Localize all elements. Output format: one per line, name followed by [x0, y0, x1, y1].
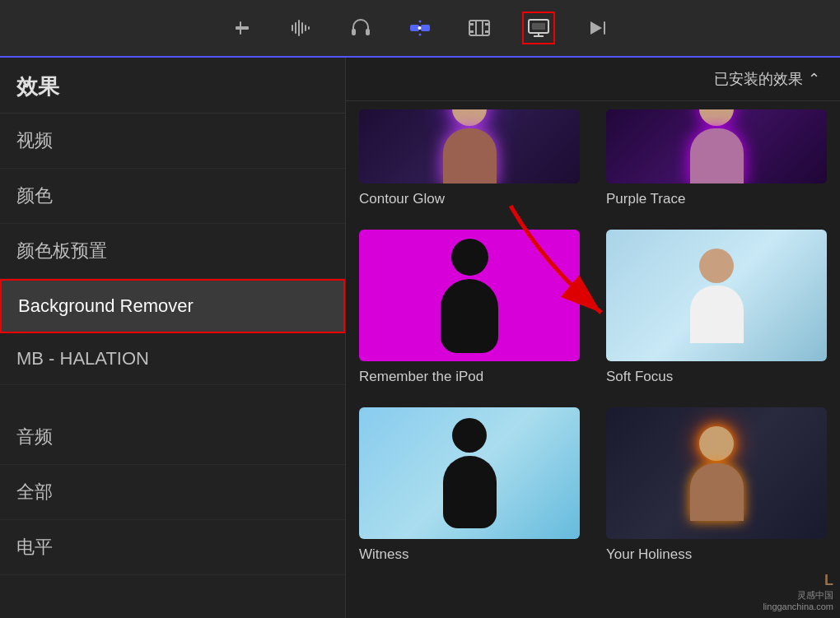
effect-thumbnail-witness: [359, 407, 580, 539]
content-header: 已安装的效果 ⌃: [346, 58, 840, 101]
svg-rect-6: [305, 25, 306, 31]
content-area: 已安装的效果 ⌃ Contour Glow: [346, 58, 840, 618]
sidebar-item-level[interactable]: 电平: [0, 520, 345, 575]
svg-rect-7: [308, 26, 310, 30]
svg-rect-8: [352, 29, 356, 35]
svg-rect-23: [532, 23, 545, 30]
effects-grid: Remember the iPod Soft Focus: [346, 221, 840, 577]
svg-rect-2: [292, 25, 293, 31]
film-icon[interactable]: [463, 12, 496, 44]
sidebar-item-video[interactable]: 视频: [0, 114, 345, 169]
svg-point-12: [418, 26, 422, 30]
audio-wave-icon[interactable]: [285, 12, 318, 44]
svg-point-13: [419, 21, 422, 23]
headphones-icon[interactable]: [344, 12, 377, 44]
svg-rect-11: [421, 25, 430, 31]
cut-icon[interactable]: [226, 12, 259, 44]
effect-item-remember-ipod[interactable]: Remember the iPod: [346, 221, 593, 399]
effect-name-your-holiness: Your Holiness: [606, 546, 827, 564]
effect-thumbnail-remember-ipod: [359, 230, 580, 361]
sidebar-item-background-remover[interactable]: Background Remover: [0, 279, 345, 333]
svg-rect-15: [469, 21, 489, 35]
sidebar-item-all[interactable]: 全部: [0, 465, 345, 520]
effect-item-purple-trace[interactable]: Purple Trace: [593, 101, 840, 221]
sidebar-title: 效果: [0, 58, 345, 114]
effect-item-witness[interactable]: Witness: [346, 399, 593, 577]
effect-name-purple-trace: Purple Trace: [606, 190, 827, 208]
effect-item-contour-glow[interactable]: Contour Glow: [346, 101, 593, 221]
installed-filter[interactable]: 已安装的效果 ⌃: [714, 69, 820, 89]
svg-rect-10: [410, 25, 419, 31]
sidebar-item-color[interactable]: 颜色: [0, 169, 345, 224]
watermark: L 灵感中国 lingganchina.com: [763, 572, 833, 611]
sidebar: 效果 视频 颜色 颜色板预置 Background Remover MB - H…: [0, 58, 346, 618]
svg-rect-17: [469, 30, 474, 33]
effect-name-soft-focus: Soft Focus: [606, 368, 827, 386]
svg-rect-21: [482, 21, 483, 35]
svg-rect-20: [475, 21, 477, 35]
svg-rect-3: [295, 22, 296, 34]
effects-sparkle-icon[interactable]: [404, 12, 436, 44]
svg-rect-18: [485, 23, 489, 26]
svg-rect-4: [298, 20, 300, 36]
top-toolbar: [0, 0, 840, 58]
sidebar-item-mb-halation[interactable]: MB - HALATION: [0, 333, 345, 385]
chevron-up-icon: ⌃: [808, 70, 820, 88]
effect-name-contour-glow: Contour Glow: [359, 190, 580, 208]
watermark-logo: L: [763, 572, 833, 589]
top-row-effects: Contour Glow Purple Trace: [346, 101, 840, 221]
effect-name-witness: Witness: [359, 546, 580, 564]
svg-rect-0: [236, 26, 249, 30]
svg-rect-9: [366, 29, 370, 35]
svg-rect-16: [469, 23, 474, 26]
sidebar-item-color-board-preset[interactable]: 颜色板预置: [0, 224, 345, 279]
skip-end-icon[interactable]: [581, 12, 614, 44]
svg-rect-24: [604, 21, 605, 35]
watermark-text: 灵感中国 lingganchina.com: [763, 589, 833, 611]
svg-rect-19: [485, 30, 489, 33]
effect-thumbnail-purple-trace: [606, 109, 827, 184]
sidebar-item-audio[interactable]: 音频: [0, 410, 345, 465]
svg-point-14: [419, 34, 422, 36]
effect-name-remember-ipod: Remember the iPod: [359, 368, 580, 386]
effect-thumbnail-contour-glow: [359, 109, 580, 184]
effect-thumbnail-your-holiness: [606, 407, 827, 539]
screen-icon[interactable]: [522, 12, 555, 44]
installed-label-text: 已安装的效果: [714, 69, 803, 89]
effect-item-your-holiness[interactable]: Your Holiness: [593, 399, 840, 577]
main-layout: 效果 视频 颜色 颜色板预置 Background Remover MB - H…: [0, 58, 840, 618]
svg-rect-1: [240, 21, 241, 35]
effect-item-soft-focus[interactable]: Soft Focus: [593, 221, 840, 399]
svg-rect-5: [301, 22, 303, 34]
effect-thumbnail-soft-focus: [606, 230, 827, 361]
